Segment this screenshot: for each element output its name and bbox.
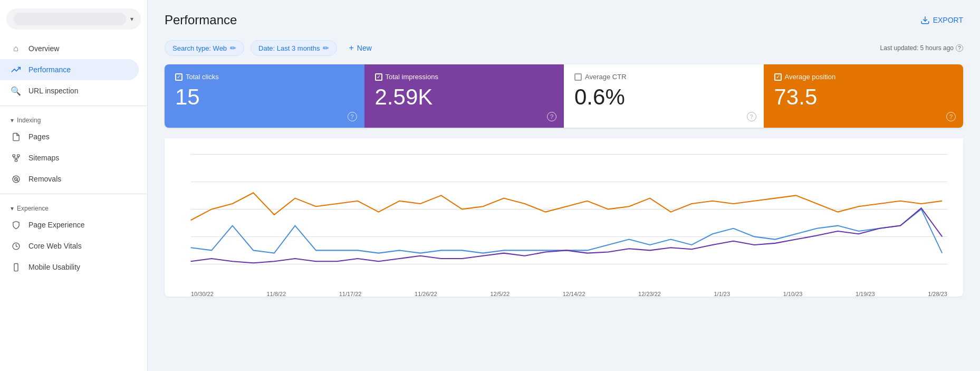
chevron-down-icon: ▾ xyxy=(130,15,133,23)
metric-label: Average position xyxy=(774,73,953,81)
metric-value: 0.6% xyxy=(574,85,753,109)
divider xyxy=(0,194,147,194)
sidebar-item-overview[interactable]: ⌂ Overview xyxy=(0,38,139,59)
sidebar-item-url-inspection[interactable]: 🔍 URL inspection xyxy=(0,80,139,101)
phone-icon xyxy=(11,262,21,272)
site-selector-text xyxy=(14,13,126,25)
sidebar-item-label: Mobile Usability xyxy=(28,263,80,271)
search-icon: 🔍 xyxy=(11,85,21,96)
sidebar-item-label: Pages xyxy=(28,132,50,141)
sidebar-item-mobile-usability[interactable]: Mobile Usability xyxy=(0,256,139,278)
metric-label: Total impressions xyxy=(375,73,554,81)
experience-section-label: ▾ Experience xyxy=(0,198,147,214)
plus-icon: + xyxy=(349,43,353,53)
sidebar-item-label: Page Experience xyxy=(28,221,85,229)
indexing-section-label: ▾ Indexing xyxy=(0,110,147,126)
home-icon: ⌂ xyxy=(11,43,21,54)
last-updated: Last updated: 5 hours ago ? xyxy=(880,44,963,52)
sidebar-item-label: Core Web Vitals xyxy=(28,242,82,250)
main-content: Performance EXPORT Search type: Web ✏ Da… xyxy=(148,0,980,371)
metric-checkbox[interactable] xyxy=(175,73,182,81)
chart-container: 10/30/22 11/8/22 11/17/22 11/26/22 12/5/… xyxy=(165,138,963,297)
date-label: Date: Last 3 months xyxy=(258,44,320,52)
metric-value: 2.59K xyxy=(375,85,554,109)
sidebar-item-pages[interactable]: Pages xyxy=(0,126,139,147)
shield-icon xyxy=(11,220,21,230)
svg-rect-0 xyxy=(13,155,15,157)
metric-value: 73.5 xyxy=(774,85,953,109)
metric-card-average-position[interactable]: Average position 73.5 ? xyxy=(764,64,964,128)
edit-icon: ✏ xyxy=(323,44,329,52)
search-type-label: Search type: Web xyxy=(172,44,227,52)
help-icon[interactable]: ? xyxy=(348,112,357,121)
export-button[interactable]: EXPORT xyxy=(920,15,963,25)
page-title: Performance xyxy=(165,13,237,27)
help-icon[interactable]: ? xyxy=(747,112,756,121)
svg-rect-11 xyxy=(14,263,17,271)
speed-icon xyxy=(11,241,21,251)
export-label: EXPORT xyxy=(933,16,963,24)
sidebar-item-core-web-vitals[interactable]: Core Web Vitals xyxy=(0,235,139,256)
x-axis-labels: 10/30/22 11/8/22 11/17/22 11/26/22 12/5/… xyxy=(170,288,953,302)
sidebar-item-label: Removals xyxy=(28,175,61,183)
metric-card-average-ctr[interactable]: Average CTR 0.6% ? xyxy=(564,64,764,128)
metric-checkbox[interactable] xyxy=(774,73,782,81)
metrics-section: Total clicks 15 ? Total impressions 2.59… xyxy=(148,64,980,138)
trending-up-icon xyxy=(11,64,21,75)
main-header: Performance EXPORT xyxy=(148,0,980,36)
download-icon xyxy=(920,15,930,25)
svg-rect-2 xyxy=(15,159,17,161)
divider xyxy=(0,106,147,106)
sidebar: ▾ ⌂ Overview Performance 🔍 URL inspectio… xyxy=(0,0,148,371)
help-icon[interactable]: ? xyxy=(946,112,956,121)
performance-chart xyxy=(170,149,953,286)
remove-circle-icon xyxy=(11,174,21,184)
svg-rect-1 xyxy=(17,155,19,157)
metric-label: Average CTR xyxy=(574,73,753,81)
date-filter[interactable]: Date: Last 3 months ✏ xyxy=(251,40,337,56)
metrics-row: Total clicks 15 ? Total impressions 2.59… xyxy=(165,64,963,128)
edit-icon: ✏ xyxy=(230,44,236,52)
metric-checkbox[interactable] xyxy=(375,73,382,81)
sitemap-icon xyxy=(11,153,21,163)
metric-checkbox[interactable] xyxy=(574,73,582,81)
sidebar-item-page-experience[interactable]: Page Experience xyxy=(0,214,139,235)
new-filter-button[interactable]: + New xyxy=(343,40,377,56)
new-label: New xyxy=(357,44,372,52)
chart-section: 10/30/22 11/8/22 11/17/22 11/26/22 12/5/… xyxy=(148,138,980,307)
sidebar-item-label: Sitemaps xyxy=(28,154,59,162)
sidebar-item-performance[interactable]: Performance xyxy=(0,59,139,80)
site-selector[interactable]: ▾ xyxy=(6,8,141,30)
blue-line xyxy=(191,209,943,253)
svg-line-8 xyxy=(13,176,19,182)
sidebar-item-sitemaps[interactable]: Sitemaps xyxy=(0,147,139,168)
sidebar-item-label: Performance xyxy=(28,65,71,74)
help-icon[interactable]: ? xyxy=(547,112,556,121)
metric-card-total-clicks[interactable]: Total clicks 15 ? xyxy=(165,64,364,128)
metric-label: Total clicks xyxy=(175,73,354,81)
orange-line xyxy=(191,193,943,220)
help-icon: ? xyxy=(956,44,963,52)
sidebar-item-removals[interactable]: Removals xyxy=(0,168,139,189)
search-type-filter[interactable]: Search type: Web ✏ xyxy=(165,40,244,56)
metric-value: 15 xyxy=(175,85,354,109)
chevron-down-icon: ▾ xyxy=(11,205,14,212)
sidebar-item-label: Overview xyxy=(28,44,59,53)
file-icon xyxy=(11,131,21,142)
sidebar-item-label: URL inspection xyxy=(28,87,78,95)
metric-card-total-impressions[interactable]: Total impressions 2.59K ? xyxy=(364,64,564,128)
chevron-down-icon: ▾ xyxy=(11,117,14,124)
filters-bar: Search type: Web ✏ Date: Last 3 months ✏… xyxy=(148,36,980,64)
